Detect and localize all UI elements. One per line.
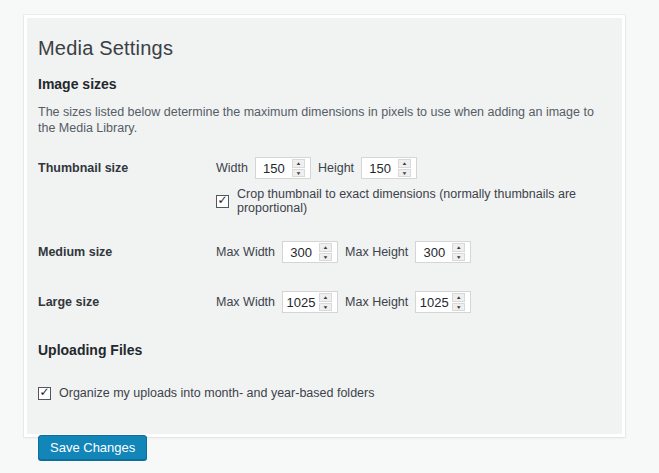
save-changes-button[interactable]: Save Changes — [38, 435, 147, 460]
organize-uploads-label: Organize my uploads into month- and year… — [59, 386, 374, 400]
large-max-width-label: Max Width — [216, 295, 275, 309]
spinner-down-button[interactable]: ▼ — [398, 169, 411, 178]
spinner-up-button[interactable]: ▲ — [319, 243, 332, 252]
page-title: Media Settings — [38, 36, 604, 60]
medium-size-controls: Max Width ▲ ▼ Max Height ▲ ▼ — [216, 241, 604, 263]
thumbnail-height-label: Height — [318, 161, 354, 175]
check-icon: ✓ — [217, 194, 227, 206]
crop-thumbnail-label: Crop thumbnail to exact dimensions (norm… — [237, 187, 604, 215]
spinner-up-button[interactable]: ▲ — [452, 243, 465, 252]
thumbnail-height-spinner: ▲ ▼ — [398, 159, 411, 177]
thumbnail-dimensions-line: Width ▲ ▼ Height ▲ ▼ — [216, 157, 604, 179]
spinner-down-button[interactable]: ▼ — [319, 303, 332, 312]
chevron-down-icon: ▼ — [456, 254, 462, 259]
chevron-up-icon: ▲ — [295, 161, 301, 166]
thumbnail-width-input-wrap: ▲ ▼ — [255, 157, 311, 179]
thumbnail-height-input[interactable] — [362, 161, 398, 176]
medium-max-width-spinner: ▲ ▼ — [319, 243, 332, 261]
medium-dimensions-line: Max Width ▲ ▼ Max Height ▲ ▼ — [216, 241, 604, 263]
spinner-down-button[interactable]: ▼ — [319, 253, 332, 262]
medium-size-row: Medium size Max Width ▲ ▼ Max Height ▲ ▼ — [38, 241, 604, 263]
chevron-up-icon: ▲ — [323, 245, 329, 250]
thumbnail-size-label: Thumbnail size — [38, 157, 216, 215]
chevron-up-icon: ▲ — [402, 161, 408, 166]
organize-uploads-line: ✓ Organize my uploads into month- and ye… — [38, 386, 604, 400]
medium-max-width-input-wrap: ▲ ▼ — [282, 241, 338, 263]
media-settings-panel: Media Settings Image sizes The sizes lis… — [24, 15, 625, 437]
chevron-down-icon: ▼ — [456, 304, 462, 309]
spinner-up-button[interactable]: ▲ — [398, 159, 411, 168]
large-max-height-input[interactable] — [416, 295, 452, 310]
thumbnail-width-input[interactable] — [256, 161, 292, 176]
spinner-up-button[interactable]: ▲ — [319, 293, 332, 302]
spinner-down-button[interactable]: ▼ — [452, 253, 465, 262]
image-sizes-heading: Image sizes — [38, 76, 604, 93]
check-icon: ✓ — [39, 386, 49, 398]
medium-max-height-spinner: ▲ ▼ — [452, 243, 465, 261]
thumbnail-width-spinner: ▲ ▼ — [292, 159, 305, 177]
large-max-width-input-wrap: ▲ ▼ — [282, 291, 338, 313]
spinner-up-button[interactable]: ▲ — [292, 159, 305, 168]
chevron-up-icon: ▲ — [456, 295, 462, 300]
large-max-width-spinner: ▲ ▼ — [319, 293, 332, 311]
chevron-down-icon: ▼ — [323, 254, 329, 259]
chevron-down-icon: ▼ — [295, 170, 301, 175]
medium-max-width-input[interactable] — [283, 245, 319, 260]
large-max-height-label: Max Height — [345, 295, 408, 309]
chevron-up-icon: ▲ — [323, 295, 329, 300]
chevron-down-icon: ▼ — [323, 304, 329, 309]
large-max-width-input[interactable] — [283, 295, 319, 310]
uploading-files-heading: Uploading Files — [38, 342, 604, 359]
thumbnail-width-label: Width — [216, 161, 248, 175]
chevron-up-icon: ▲ — [456, 245, 462, 250]
medium-max-width-label: Max Width — [216, 245, 275, 259]
medium-max-height-input-wrap: ▲ ▼ — [415, 241, 471, 263]
thumbnail-size-row: Thumbnail size Width ▲ ▼ Height ▲ ▼ — [38, 157, 604, 215]
spinner-down-button[interactable]: ▼ — [292, 169, 305, 178]
medium-max-height-input[interactable] — [416, 245, 452, 260]
medium-max-height-label: Max Height — [345, 245, 408, 259]
thumbnail-size-controls: Width ▲ ▼ Height ▲ ▼ — [216, 157, 604, 215]
spinner-down-button[interactable]: ▼ — [452, 303, 465, 312]
crop-thumbnail-line: ✓ Crop thumbnail to exact dimensions (no… — [216, 187, 604, 215]
chevron-down-icon: ▼ — [402, 170, 408, 175]
large-max-height-spinner: ▲ ▼ — [452, 293, 465, 311]
organize-uploads-checkbox[interactable]: ✓ — [38, 387, 51, 400]
large-max-height-input-wrap: ▲ ▼ — [415, 291, 471, 313]
thumbnail-height-input-wrap: ▲ ▼ — [361, 157, 417, 179]
image-sizes-description: The sizes listed below determine the max… — [38, 104, 604, 136]
medium-size-label: Medium size — [38, 241, 216, 263]
spinner-up-button[interactable]: ▲ — [452, 293, 465, 302]
large-size-controls: Max Width ▲ ▼ Max Height ▲ ▼ — [216, 291, 604, 313]
crop-thumbnail-checkbox[interactable]: ✓ — [216, 195, 229, 208]
large-dimensions-line: Max Width ▲ ▼ Max Height ▲ ▼ — [216, 291, 604, 313]
large-size-row: Large size Max Width ▲ ▼ Max Height ▲ ▼ — [38, 291, 604, 313]
large-size-label: Large size — [38, 291, 216, 313]
